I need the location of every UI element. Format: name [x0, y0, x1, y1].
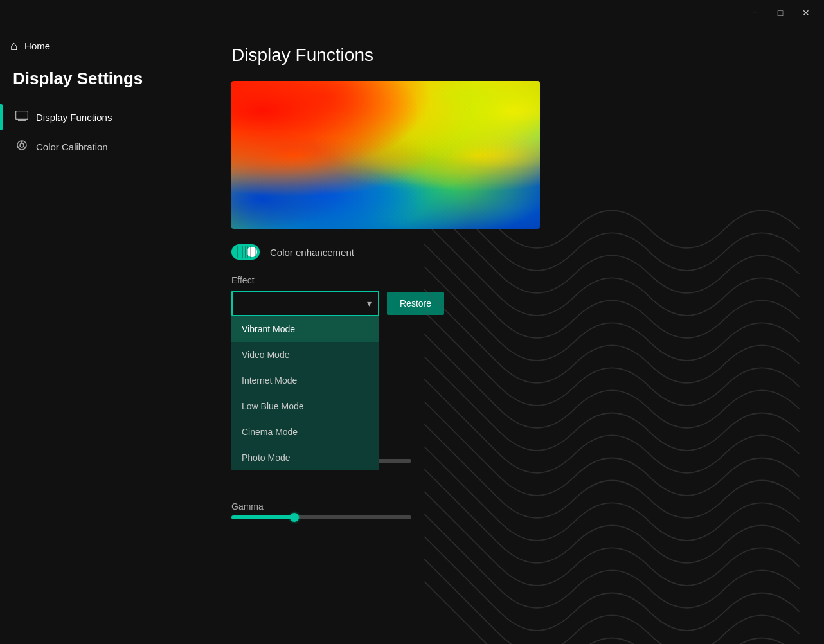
- titlebar: − □ ✕: [0, 0, 824, 26]
- preview-image-content: [231, 81, 540, 229]
- preview-image: [231, 81, 540, 229]
- dropdown-item-photo-mode[interactable]: Photo Mode: [231, 445, 379, 470]
- restore-button[interactable]: Restore: [387, 292, 444, 315]
- app-container: ⌂ Home Display Settings Display Function…: [0, 26, 824, 644]
- nav-label-color-calibration: Color Calibration: [36, 141, 108, 152]
- color-enhancement-toggle[interactable]: [231, 244, 260, 260]
- effect-label: Effect: [231, 275, 798, 285]
- svg-point-7: [17, 147, 19, 148]
- page-title: Display Functions: [231, 45, 798, 66]
- dropdown-item-low-blue-mode[interactable]: Low Blue Mode: [231, 393, 379, 419]
- gamma-track-bg: [231, 515, 411, 519]
- home-label: Home: [24, 40, 50, 51]
- sidebar-item-color-calibration[interactable]: Color Calibration: [10, 133, 195, 161]
- gamma-slider[interactable]: [231, 515, 411, 519]
- sidebar-title: Display Settings: [10, 69, 195, 89]
- svg-point-5: [21, 141, 23, 143]
- gamma-label: Gamma: [231, 501, 798, 512]
- effect-select-wrapper: ▾ Vibrant Mode Video Mode Internet Mode …: [231, 291, 379, 316]
- display-functions-icon: [15, 111, 28, 124]
- effect-section: Effect ▾ Vibrant Mode Video Mode Interne…: [231, 275, 798, 316]
- minimize-button[interactable]: −: [742, 0, 767, 26]
- sidebar-item-display-functions[interactable]: Display Functions: [10, 104, 195, 130]
- svg-rect-2: [18, 120, 26, 121]
- dropdown-item-cinema-mode[interactable]: Cinema Mode: [231, 419, 379, 445]
- dropdown-item-vibrant-mode[interactable]: Vibrant Mode: [231, 316, 379, 342]
- dropdown-item-internet-mode[interactable]: Internet Mode: [231, 368, 379, 393]
- dropdown-item-video-mode[interactable]: Video Mode: [231, 342, 379, 368]
- gamma-slider-knob[interactable]: [290, 513, 299, 522]
- gamma-section: Gamma: [231, 501, 798, 519]
- toggle-knob: [247, 247, 257, 257]
- main-content: Display Functions Color enhancement Effe…: [206, 26, 824, 644]
- color-calibration-icon: [15, 139, 28, 154]
- toggle-row: Color enhancement: [231, 244, 798, 260]
- svg-point-6: [24, 147, 26, 148]
- close-button[interactable]: ✕: [793, 0, 819, 26]
- svg-rect-0: [16, 111, 28, 120]
- effect-dropdown: Vibrant Mode Video Mode Internet Mode Lo…: [231, 316, 379, 470]
- maximize-button[interactable]: □: [767, 0, 793, 26]
- svg-point-4: [20, 143, 24, 147]
- effect-select[interactable]: [231, 291, 379, 316]
- svg-rect-1: [20, 120, 24, 121]
- toggle-label: Color enhancement: [270, 247, 354, 258]
- effect-row: ▾ Vibrant Mode Video Mode Internet Mode …: [231, 291, 798, 316]
- home-icon: ⌂: [10, 39, 18, 53]
- sidebar: ⌂ Home Display Settings Display Function…: [0, 26, 206, 644]
- home-link[interactable]: ⌂ Home: [10, 39, 195, 53]
- nav-label-display-functions: Display Functions: [36, 112, 112, 123]
